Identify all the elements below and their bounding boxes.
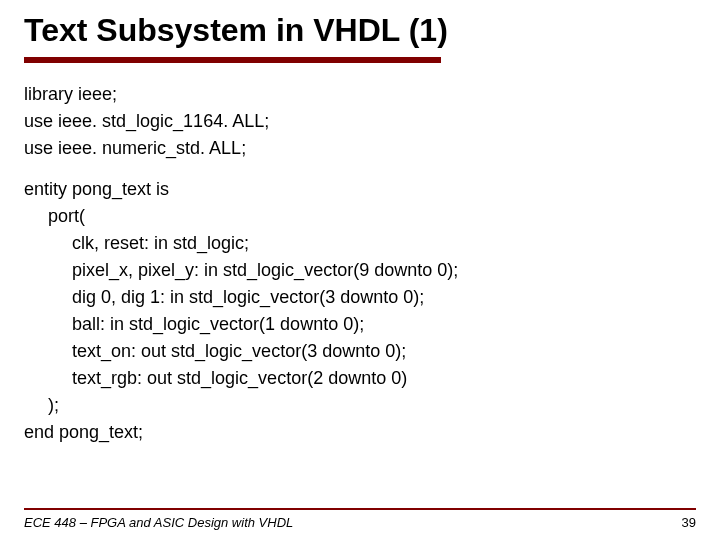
title-underline — [24, 57, 441, 63]
slide-container: Text Subsystem in VHDL (1) library ieee;… — [0, 0, 720, 540]
code-line: end pong_text; — [24, 419, 696, 446]
page-number: 39 — [682, 515, 696, 530]
code-block-2: entity pong_text is port( clk, reset: in… — [24, 176, 696, 446]
code-line: ball: in std_logic_vector(1 downto 0); — [24, 311, 696, 338]
code-line: dig 0, dig 1: in std_logic_vector(3 down… — [24, 284, 696, 311]
slide-footer: ECE 448 – FPGA and ASIC Design with VHDL… — [24, 515, 696, 530]
code-line: text_on: out std_logic_vector(3 downto 0… — [24, 338, 696, 365]
code-line: ); — [24, 392, 696, 419]
code-line: use ieee. numeric_std. ALL; — [24, 135, 696, 162]
slide-title: Text Subsystem in VHDL (1) — [24, 12, 696, 49]
code-line: port( — [24, 203, 696, 230]
code-line: clk, reset: in std_logic; — [24, 230, 696, 257]
code-block-1: library ieee; use ieee. std_logic_1164. … — [24, 81, 696, 162]
footer-course: ECE 448 – FPGA and ASIC Design with VHDL — [24, 515, 293, 530]
code-line: use ieee. std_logic_1164. ALL; — [24, 108, 696, 135]
code-line: entity pong_text is — [24, 176, 696, 203]
code-line: library ieee; — [24, 81, 696, 108]
code-line: pixel_x, pixel_y: in std_logic_vector(9 … — [24, 257, 696, 284]
code-line: text_rgb: out std_logic_vector(2 downto … — [24, 365, 696, 392]
footer-rule — [24, 508, 696, 510]
